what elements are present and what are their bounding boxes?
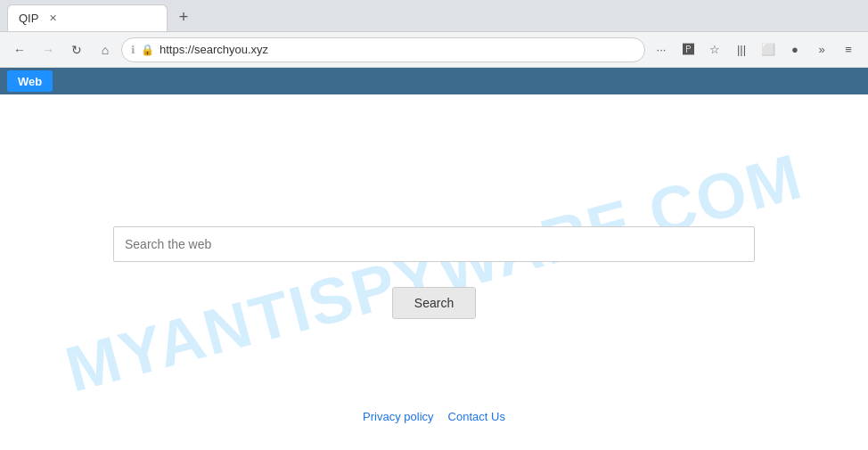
home-button[interactable]: ⌂ — [93, 37, 118, 62]
search-input[interactable] — [113, 226, 755, 262]
address-bar[interactable]: ℹ 🔒 https://searchyou.xyz — [121, 37, 645, 62]
contact-us-link[interactable]: Contact Us — [448, 410, 505, 423]
new-tab-button[interactable]: + — [171, 4, 196, 29]
search-area: Search — [113, 226, 755, 319]
tab-close-button[interactable]: ✕ — [45, 12, 60, 26]
nav-bar: ← → ↻ ⌂ ℹ 🔒 https://searchyou.xyz ··· 🅿 … — [0, 32, 868, 68]
refresh-button[interactable]: ↻ — [64, 37, 89, 62]
star-button[interactable]: ☆ — [702, 37, 727, 62]
profile-button[interactable]: ● — [782, 37, 807, 62]
search-button[interactable]: Search — [392, 287, 476, 319]
library-button[interactable]: ||| — [729, 37, 754, 62]
synced-tabs-button[interactable]: ⬜ — [756, 37, 781, 62]
lock-icon: 🔒 — [141, 44, 154, 56]
active-tab[interactable]: QIP ✕ — [7, 4, 168, 31]
tab-title: QIP — [19, 12, 38, 25]
url-text: https://searchyou.xyz — [160, 43, 635, 56]
back-button[interactable]: ← — [7, 37, 32, 62]
nav-right-buttons: ··· 🅿 ☆ ||| ⬜ ● » ≡ — [649, 37, 861, 62]
forward-button[interactable]: → — [36, 37, 61, 62]
privacy-policy-link[interactable]: Privacy policy — [363, 410, 433, 423]
more-button[interactable]: ··· — [649, 37, 674, 62]
page-content: MYANTISPYWARE.COM Search Privacy policy … — [0, 94, 868, 450]
browser-wrapper: QIP ✕ + ← → ↻ ⌂ ℹ 🔒 https://searchyou.xy… — [0, 0, 868, 450]
pocket-button[interactable]: 🅿 — [676, 37, 700, 62]
page-footer: Privacy policy Contact Us — [363, 410, 505, 423]
info-icon: ℹ — [131, 44, 135, 56]
tab-bar: QIP ✕ + — [0, 0, 868, 32]
web-tab-button[interactable]: Web — [7, 70, 53, 92]
extensions-button[interactable]: » — [809, 37, 834, 62]
secondary-nav-bar: Web — [0, 68, 868, 94]
menu-button[interactable]: ≡ — [836, 37, 861, 62]
